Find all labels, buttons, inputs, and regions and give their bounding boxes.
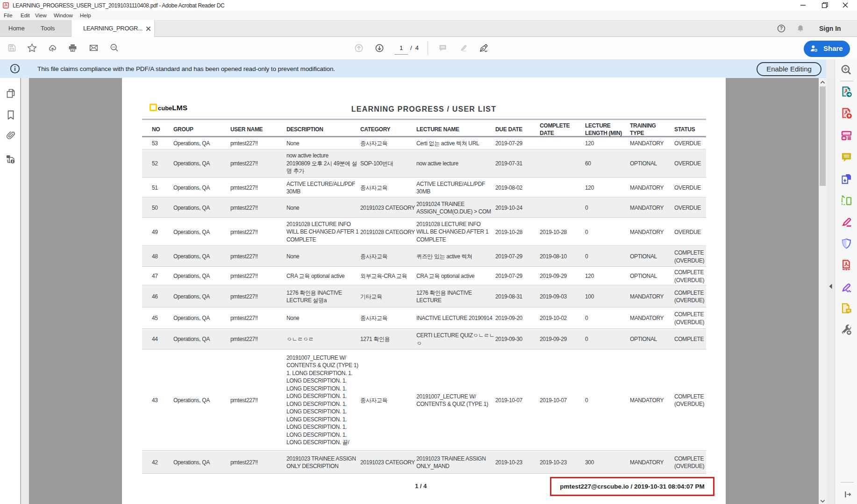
svg-text:?: ? xyxy=(780,26,783,31)
